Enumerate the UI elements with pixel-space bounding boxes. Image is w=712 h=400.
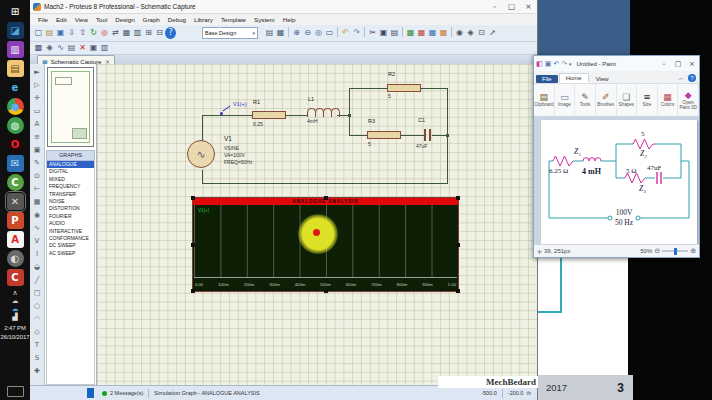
close-button[interactable]: ×: [520, 1, 537, 13]
ribbon-group-colors[interactable]: ▦Colors: [658, 84, 679, 116]
cut[interactable]: ✂: [367, 27, 378, 39]
zoom-in-icon[interactable]: ⊕: [690, 247, 696, 255]
opera-browser[interactable]: O: [7, 136, 24, 153]
zoom-out-icon[interactable]: ⊖: [654, 247, 660, 255]
voltage-probe-mode[interactable]: V: [31, 235, 43, 248]
menu-item[interactable]: Template: [217, 16, 250, 23]
buses-mode[interactable]: ≡: [31, 131, 43, 144]
graph-type-item[interactable]: FREQUENCY: [47, 183, 94, 190]
toggle-sheet[interactable]: ▤: [264, 27, 275, 39]
selection-handle[interactable]: [324, 289, 328, 293]
open-design[interactable]: ▤: [44, 27, 55, 39]
paint-canvas[interactable]: Z₁ 6.25 Ω 4 mH 5 Z₂ 5 Ω 47uF Z₃ 100V 50 …: [541, 120, 697, 244]
selection-handle[interactable]: [324, 196, 328, 200]
show-desktop-button[interactable]: [7, 386, 24, 397]
design-explorer[interactable]: ▥: [132, 27, 143, 39]
help[interactable]: ?: [165, 27, 176, 39]
component-l1[interactable]: [307, 108, 339, 117]
virtual-instruments-mode[interactable]: ◒: [31, 261, 43, 274]
component-r1[interactable]: [252, 111, 286, 119]
design-sheet-combobox[interactable]: Base Design: [202, 27, 258, 39]
selection-handle[interactable]: [191, 289, 195, 293]
graph-type-item[interactable]: INTERACTIVE: [47, 228, 94, 235]
screen-recorder-active[interactable]: ✕: [7, 193, 24, 210]
paint-tab-home[interactable]: Home: [559, 73, 589, 83]
menu-item[interactable]: Help: [279, 16, 300, 23]
message-count[interactable]: 2 Message(s): [110, 390, 143, 396]
delete-item[interactable]: ✕: [77, 42, 88, 54]
toggle-grid[interactable]: ▦: [275, 27, 286, 39]
zoom-slider[interactable]: [662, 250, 688, 252]
wire-autorouter[interactable]: ∿: [55, 42, 66, 54]
app-blue-tile[interactable]: ◪: [7, 22, 24, 39]
goto-sheet[interactable]: ⇄: [110, 27, 121, 39]
file-explorer[interactable]: ▤: [7, 60, 24, 77]
ribbon-group-brushes[interactable]: ✐Brushes: [596, 84, 617, 116]
component-r3[interactable]: [367, 131, 401, 139]
undo[interactable]: ↶: [340, 27, 351, 39]
analogue-analysis-graph[interactable]: ANALOGUE ANALYSIS V1(+) 0.00100m200m300m…: [192, 197, 459, 292]
google-chrome[interactable]: ●: [7, 98, 24, 115]
current-probe-mode[interactable]: I: [31, 248, 43, 261]
2d-circle-tool[interactable]: ○: [31, 300, 43, 313]
block-rotate[interactable]: ▦: [427, 27, 438, 39]
center-at-cursor[interactable]: ◎: [99, 27, 110, 39]
export-section[interactable]: ⇧: [77, 27, 88, 39]
block-delete[interactable]: ▦: [438, 27, 449, 39]
text-script-mode[interactable]: A: [31, 118, 43, 131]
make-device[interactable]: ◈: [465, 27, 476, 39]
paste[interactable]: ▤: [389, 27, 400, 39]
redraw[interactable]: ↻: [88, 27, 99, 39]
redo[interactable]: ↷: [351, 27, 362, 39]
2d-symbol-tool[interactable]: S: [31, 352, 43, 365]
remove-sheet[interactable]: ⊟: [154, 27, 165, 39]
instant-edit-mode[interactable]: ✎: [31, 157, 43, 170]
component-r2[interactable]: [387, 84, 421, 92]
graph-mode[interactable]: ▦: [31, 196, 43, 209]
find-component[interactable]: ◈: [44, 42, 55, 54]
toolbar-icon[interactable]: [337, 27, 338, 37]
menu-item[interactable]: System: [250, 16, 279, 23]
menu-item[interactable]: File: [34, 16, 52, 23]
graph-type-item[interactable]: MIXED: [47, 176, 94, 183]
paint-minimize-button[interactable]: –: [657, 58, 671, 70]
app-red-c[interactable]: C: [7, 269, 24, 286]
microsoft-edge[interactable]: e: [7, 79, 24, 96]
paint-title-bar[interactable]: ◧ ▣ ↶ ↷ ▾ Untitled - Paint – □ ×: [534, 56, 699, 71]
selection-handle[interactable]: [456, 196, 460, 200]
2d-path-tool[interactable]: ◇: [31, 326, 43, 339]
zoom-in[interactable]: ⊕: [291, 27, 302, 39]
paint-tab-file[interactable]: File: [536, 75, 558, 83]
app-office-purple[interactable]: ▥: [7, 41, 24, 58]
ribbon-group-clipboard[interactable]: ▤Clipboard: [534, 84, 555, 116]
ribbon-group-shapes[interactable]: ❏Shapes: [617, 84, 638, 116]
app-gray-swirl[interactable]: ◐: [7, 250, 24, 267]
graph-type-item[interactable]: AUDIO: [47, 220, 94, 227]
taskbar-clock[interactable]: 2:47 PM 26/10/2017: [0, 324, 30, 341]
generator-mode[interactable]: ∿: [31, 222, 43, 235]
zoom-sheet[interactable]: ▦: [121, 27, 132, 39]
ribbon-group-size[interactable]: ≡Size: [637, 84, 658, 116]
redo-icon[interactable]: ↷: [561, 60, 567, 68]
2d-box-tool[interactable]: □: [31, 287, 43, 300]
qat-dropdown-icon[interactable]: ▾: [569, 61, 572, 67]
overview-minimap[interactable]: [47, 67, 94, 147]
menu-item[interactable]: Edit: [52, 16, 71, 23]
selection-handle[interactable]: [456, 243, 460, 247]
new-design[interactable]: ▢: [33, 27, 44, 39]
toolbar-icon[interactable]: [451, 27, 452, 37]
new-sheet[interactable]: ⊞: [143, 27, 154, 39]
save-icon[interactable]: ▣: [545, 60, 552, 68]
tray-cloud-icon[interactable]: ☁: [12, 297, 19, 305]
2d-text-tool[interactable]: T: [31, 339, 43, 352]
adobe-acrobat[interactable]: A: [7, 231, 24, 248]
graph-type-item[interactable]: FOURIER: [47, 213, 94, 220]
graph-type-item[interactable]: AC SWEEP: [47, 250, 94, 257]
bill-of-materials[interactable]: ▩: [33, 42, 44, 54]
graph-type-item[interactable]: DC SWEEP: [47, 242, 94, 249]
component-c1[interactable]: [424, 129, 426, 141]
block-copy[interactable]: ▦: [405, 27, 416, 39]
mail-app[interactable]: ✉: [7, 155, 24, 172]
zoom-out[interactable]: ⊖: [302, 27, 313, 39]
undo-icon[interactable]: ↶: [553, 60, 559, 68]
